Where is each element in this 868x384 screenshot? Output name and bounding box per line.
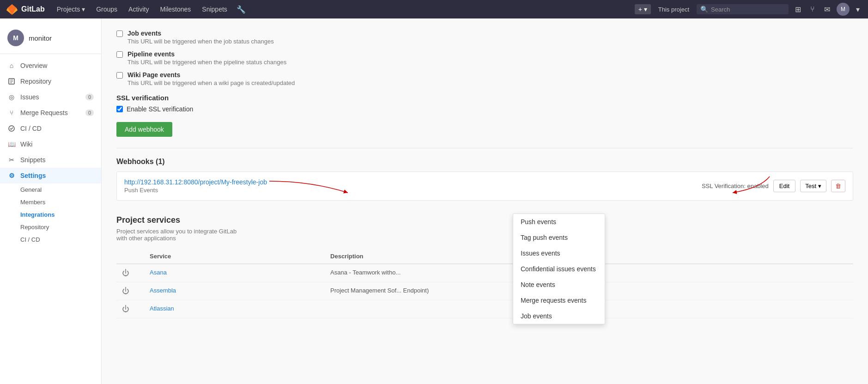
ssl-checkbox-row: Enable SSL verification (116, 105, 853, 113)
pipeline-events-desc: This URL will be triggered when the pipe… (127, 59, 286, 66)
project-label: This project (655, 4, 693, 15)
search-container[interactable]: 🔍 (697, 4, 789, 14)
test-webhook-button[interactable]: Test ▾ (800, 180, 826, 192)
ssl-verification-checkbox[interactable] (116, 106, 123, 112)
wiki-icon: 📖 (7, 140, 16, 148)
wiki-page-events-row: Wiki Page events This URL will be trigge… (116, 71, 853, 86)
dropdown-item-issues-events[interactable]: Issues events (513, 245, 605, 261)
overview-icon: ⌂ (7, 61, 16, 70)
nav-groups[interactable]: Groups (91, 4, 122, 15)
job-events-checkbox[interactable] (116, 30, 123, 37)
top-navigation: GitLab Projects ▾ Groups Activity Milest… (0, 0, 868, 18)
service-name-asana[interactable]: Asana (144, 264, 325, 282)
nav-projects[interactable]: Projects ▾ (52, 4, 90, 15)
arrow-annotation-1 (265, 177, 357, 200)
add-webhook-container: Add webhook (116, 122, 853, 137)
wiki-page-events-label: Wiki Page events (127, 71, 295, 79)
webhook-events-label: Push Events (124, 187, 267, 194)
submenu-members[interactable]: Members (20, 196, 101, 208)
sidebar-item-snippets[interactable]: ✂ Snippets (0, 152, 101, 168)
sidebar-username: monitor (29, 34, 52, 42)
delete-webhook-button[interactable]: 🗑 (831, 180, 845, 192)
sidebar-item-label-issues: Issues (20, 93, 39, 101)
table-row: ⏻ Assembla Project Management Sof... End… (116, 282, 853, 300)
service-name-assembla[interactable]: Assembla (144, 282, 325, 300)
search-icon: 🔍 (700, 6, 708, 13)
webhook-card: http://192.168.31.12:8080/project/My-fre… (116, 171, 853, 201)
edit-webhook-button[interactable]: Edit (773, 180, 795, 192)
events-checkboxes: Job events This URL will be triggered wh… (116, 30, 853, 86)
add-webhook-button[interactable]: Add webhook (116, 122, 172, 137)
nav-git-icon[interactable]: ⑂ (807, 3, 818, 15)
col-header-service (116, 249, 144, 264)
sidebar-item-overview[interactable]: ⌂ Overview (0, 58, 101, 73)
sidebar-item-label-overview: Overview (20, 62, 47, 69)
project-services-desc: Project services allow you to integrate … (116, 228, 853, 242)
webhook-info: http://192.168.31.12:8080/project/My-fre… (124, 178, 267, 194)
ssl-section: SSL verification Enable SSL verification (116, 94, 853, 113)
nav-links: Projects ▾ Groups Activity Milestones Sn… (52, 3, 249, 16)
sidebar-item-settings[interactable]: ⚙ Settings (0, 168, 101, 183)
dropdown-item-tag-push-events[interactable]: Tag push events (513, 230, 605, 245)
table-row: ⏻ Atlassian (116, 300, 853, 318)
submenu-general[interactable]: General (20, 183, 101, 196)
service-name-atlassian[interactable]: Atlassian (144, 300, 325, 318)
nav-milestones[interactable]: Milestones (155, 4, 195, 15)
submenu-integrations[interactable]: Integrations (20, 208, 101, 221)
dropdown-item-push-events[interactable]: Push events (513, 214, 605, 230)
nav-wrench-icon[interactable]: 🔧 (234, 3, 249, 16)
dropdown-item-merge-requests-events[interactable]: Merge requests events (513, 293, 605, 308)
sidebar-item-label-snippets: Snippets (20, 156, 45, 164)
webhook-url[interactable]: http://192.168.31.12:8080/project/My-fre… (124, 178, 267, 186)
cicd-icon (7, 124, 16, 133)
job-events-labels: Job events This URL will be triggered wh… (127, 30, 274, 45)
nav-broadcast-icon[interactable]: ⊞ (792, 3, 804, 16)
project-services-title: Project services (116, 215, 853, 225)
nav-chevron-down-icon[interactable]: ▾ (853, 3, 862, 16)
logo[interactable]: GitLab (6, 3, 45, 16)
nav-snippets[interactable]: Snippets (197, 4, 231, 15)
section-divider (116, 148, 853, 148)
sidebar-avatar: M (7, 30, 24, 46)
job-events-desc: This URL will be triggered when the job … (127, 38, 274, 45)
test-button-container: Test ▾ (800, 180, 826, 192)
table-row: ⏻ Asana Asana - Teamwork witho... (116, 264, 853, 282)
sidebar-item-issues[interactable]: ◎ Issues 0 (0, 89, 101, 105)
sidebar-item-cicd[interactable]: CI / CD (0, 121, 101, 136)
nav-activity[interactable]: Activity (124, 4, 153, 15)
dropdown-item-note-events[interactable]: Note events (513, 277, 605, 293)
dropdown-item-job-events[interactable]: Job events (513, 308, 605, 324)
col-header-service-name: Service (144, 249, 325, 264)
merge-requests-icon: ⑂ (7, 109, 16, 117)
service-icon-atlassian: ⏻ (116, 300, 144, 318)
service-icon-assembla: ⏻ (116, 282, 144, 300)
merge-requests-badge: 0 (85, 110, 94, 116)
webhook-actions: SSL Verification: enabled Edit Test ▾ (702, 180, 845, 192)
job-events-row: Job events This URL will be triggered wh… (116, 30, 853, 45)
ssl-verification-label[interactable]: Enable SSL verification (127, 105, 193, 113)
test-chevron-icon: ▾ (818, 183, 821, 189)
wiki-page-events-labels: Wiki Page events This URL will be trigge… (127, 71, 295, 86)
settings-icon: ⚙ (7, 171, 16, 180)
sidebar-item-repository[interactable]: Repository (0, 73, 101, 89)
wiki-page-events-desc: This URL will be triggered when a wiki p… (127, 79, 295, 86)
submenu-cicd[interactable]: CI / CD (20, 233, 101, 246)
sidebar-item-wiki[interactable]: 📖 Wiki (0, 136, 101, 152)
dropdown-item-confidential-issues-events[interactable]: Confidential issues events (513, 261, 605, 277)
sidebar-item-merge-requests[interactable]: ⑂ Merge Requests 0 (0, 105, 101, 121)
nav-mail-icon[interactable]: ✉ (821, 3, 833, 16)
submenu-repository[interactable]: Repository (20, 221, 101, 233)
sidebar: M monitor ⌂ Overview Repository ◎ Issues… (0, 18, 102, 384)
pipeline-events-label: Pipeline events (127, 50, 286, 58)
search-input[interactable] (711, 6, 785, 13)
nav-plus-button[interactable]: + ▾ (635, 4, 651, 14)
pipeline-events-checkbox[interactable] (116, 51, 123, 58)
pipeline-events-labels: Pipeline events This URL will be trigger… (127, 50, 286, 66)
settings-submenu: General Members Integrations Repository … (0, 183, 101, 246)
wiki-page-events-checkbox[interactable] (116, 72, 123, 79)
nav-right: + ▾ This project 🔍 ⊞ ⑂ ✉ M ▾ (635, 3, 862, 16)
job-events-label: Job events (127, 30, 274, 37)
project-services-section: Project services Project services allow … (116, 215, 853, 318)
avatar[interactable]: M (837, 3, 850, 16)
issues-badge: 0 (85, 94, 94, 100)
